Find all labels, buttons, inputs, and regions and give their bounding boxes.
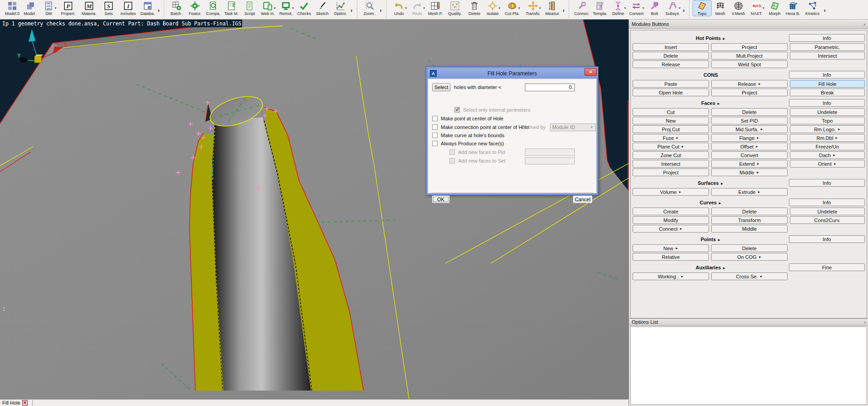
toolbar-item-dm[interactable]: ▾DM: [40, 0, 58, 16]
toolbar-item-script[interactable]: Script: [240, 0, 259, 16]
toolbar-item-mesh[interactable]: Mesh: [711, 0, 729, 16]
sidebar-button-release[interactable]: Release: [633, 60, 709, 68]
dropdown-arrow-icon[interactable]: ▾: [405, 6, 407, 10]
sidebar-button-volume[interactable]: Volume ►: [633, 188, 709, 196]
info-button-curves[interactable]: Info: [789, 198, 865, 206]
toolbar-overflow-icon[interactable]: ›: [683, 7, 684, 14]
section-title-faces[interactable]: Faces ►: [633, 100, 789, 106]
toolbar-overflow-icon[interactable]: ›: [350, 7, 352, 14]
sidebar-button-cons2curv[interactable]: Cons2Curv.: [790, 216, 865, 224]
module-id-dropdown[interactable]: Module ID▼: [550, 124, 596, 131]
dropdown-arrow-icon[interactable]: ▾: [643, 6, 644, 10]
toolbar-item-isolate[interactable]: ▾Isolate: [484, 0, 502, 16]
cancel-button[interactable]: Cancel: [573, 195, 593, 203]
toolbar-item-connec[interactable]: Connec.: [573, 0, 591, 16]
sidebar-button-delete[interactable]: Delete: [633, 52, 709, 59]
section-title-surfaces[interactable]: Surfaces ►: [633, 180, 789, 186]
sidebar-button-extend[interactable]: Extend ►: [711, 160, 788, 168]
toolbar-item-topo[interactable]: Topo: [693, 0, 711, 16]
sidebar-button-delete[interactable]: Delete: [711, 244, 788, 252]
sidebar-button-create[interactable]: Create: [633, 208, 709, 215]
toolbar-overflow-icon[interactable]: ›: [380, 7, 382, 14]
toolbar-item-v-mesh[interactable]: V.Mesh: [729, 0, 748, 16]
sidebar-button-delete[interactable]: Delete: [711, 108, 788, 116]
sidebar-button-paste[interactable]: Paste: [633, 80, 709, 88]
info-button-points[interactable]: Info: [789, 235, 865, 243]
sidebar-button-working[interactable]: Working . ►: [633, 272, 709, 280]
checkbox-make-curve-at-hole-s-bounds[interactable]: [432, 133, 438, 138]
sidebar-button-insert[interactable]: Insert: [633, 43, 709, 51]
dropdown-arrow-icon[interactable]: ▾: [424, 6, 425, 10]
toolbar-item-web-in[interactable]: ▾Web In.: [259, 0, 277, 16]
dialog-close-button[interactable]: ×: [584, 68, 597, 76]
sidebar-button-cross-se[interactable]: Cross Se. ►: [711, 272, 788, 280]
sidebar-button-mid-surfa[interactable]: Mid.Surfa. ►: [711, 125, 788, 133]
sidebar-button-offset[interactable]: Offset ►: [711, 143, 788, 150]
sidebar-button-delete[interactable]: Delete: [711, 208, 788, 215]
sidebar-button-extrude[interactable]: Extrude ►: [711, 188, 788, 196]
toolbar-item-subsys[interactable]: ▾Subsys.: [663, 0, 682, 16]
sidebar-button-open-hole[interactable]: Open Hole: [633, 89, 709, 96]
toolbar-item-measur[interactable]: Measur.: [544, 0, 562, 16]
toolbar-item-sets[interactable]: SSets: [100, 0, 118, 16]
sidebar-button-weld-spot[interactable]: Weld Spot: [711, 60, 788, 68]
toolbar-item-hexa-b[interactable]: Hexa B.: [784, 0, 802, 16]
sidebar-button-undelete[interactable]: Undelete: [790, 108, 865, 116]
toolbar-item-featur[interactable]: Featur.: [186, 0, 204, 16]
toolbar-item-propert[interactable]: PPropert.: [58, 0, 79, 16]
modules-buttons-header[interactable]: Modules Buttons ›: [629, 20, 868, 29]
info-button-faces[interactable]: Info: [789, 99, 865, 107]
dropdown-arrow-icon[interactable]: ▾: [679, 6, 681, 10]
sidebar-button-modify[interactable]: Modify: [633, 216, 709, 224]
info-button-surfaces[interactable]: Info: [789, 179, 865, 187]
checkbox-add-new-faces-to-pid[interactable]: [449, 149, 455, 155]
info-button-cons[interactable]: Info: [789, 71, 865, 79]
sidebar-button-rm-logo[interactable]: Rm.Logo. ►: [790, 125, 865, 133]
toolbar-item-sketch[interactable]: Sketch: [313, 0, 331, 16]
sidebar-button-dach[interactable]: Dach ►: [790, 151, 865, 159]
close-function-icon[interactable]: ✕: [22, 400, 28, 406]
section-title-auxiliaries[interactable]: Auxiliaries ►: [633, 265, 789, 270]
sidebar-button-mult-project[interactable]: Mult.Project: [711, 52, 788, 59]
toolbar-item-cut-pla[interactable]: ▾Cut Pla.: [502, 0, 523, 16]
sidebar-button-intersect[interactable]: Intersect: [790, 52, 865, 59]
options-list-panel[interactable]: [630, 327, 867, 405]
sidebar-button-zone-cut[interactable]: Zone Cut: [633, 151, 709, 159]
sidebar-button-break[interactable]: Break: [790, 89, 865, 96]
toolbar-item-define[interactable]: ▾Define: [609, 0, 627, 16]
sidebar-button-project[interactable]: Project: [711, 89, 788, 96]
toolbar-overflow-icon[interactable]: ›: [563, 7, 564, 14]
checkbox-select-only-internal-perimeters[interactable]: [454, 107, 460, 113]
toolbar-item-materia[interactable]: MMateria.: [79, 0, 100, 16]
sidebar-button-set-pid[interactable]: Set PID: [711, 117, 788, 124]
dropdown-arrow-icon[interactable]: ▾: [55, 6, 56, 10]
ok-button[interactable]: OK: [432, 195, 450, 203]
toolbar-item-compa[interactable]: Compa.: [204, 0, 222, 16]
toolbar-item-model[interactable]: Model .: [21, 0, 40, 16]
sidebar-button-convert[interactable]: Convert: [711, 151, 788, 159]
toolbar-item-task-m[interactable]: Task M.: [222, 0, 240, 16]
checkbox-make-connection-point-at-center-of-hole[interactable]: [432, 124, 438, 130]
toolbar-item-kinetics[interactable]: Kinetics: [802, 0, 823, 16]
sidebar-button-fuse[interactable]: Fuse ►: [633, 134, 709, 142]
options-list-header[interactable]: Options List ›: [629, 318, 868, 326]
toolbar-item-zoom[interactable]: Zoom .: [361, 0, 379, 16]
sidebar-button-topo[interactable]: Topo: [790, 117, 865, 124]
diameter-input[interactable]: [525, 84, 575, 91]
toolbar-item-optimi[interactable]: Optimi.: [331, 0, 349, 16]
toolbar-item-delete[interactable]: Delete: [465, 0, 484, 16]
sidebar-button-project[interactable]: Project: [633, 168, 709, 176]
toolbar-item-transfo[interactable]: ▾Transfo.: [523, 0, 544, 16]
sidebar-button-proj-cut[interactable]: Proj.Cut: [633, 125, 709, 133]
checkbox-add-new-faces-to-set[interactable]: [449, 158, 455, 163]
sidebar-button-transform[interactable]: Transform: [711, 216, 788, 224]
toolbar-item-databa[interactable]: Databa.: [139, 0, 157, 16]
fine-button-auxiliaries[interactable]: Fine: [789, 263, 865, 271]
options-collapse-icon[interactable]: ›: [864, 319, 866, 325]
sidebar-button-plane-cut[interactable]: Plane Cut ►: [633, 143, 709, 150]
toolbar-item-includes[interactable]: IIncludes: [118, 0, 139, 16]
sidebar-button-middle[interactable]: Middle: [711, 225, 788, 233]
sidebar-button-on-cog[interactable]: On COG ►: [711, 253, 788, 261]
dropdown-arrow-icon[interactable]: ▾: [499, 6, 501, 10]
checkbox-make-point-at-center-of-hole[interactable]: [432, 116, 438, 121]
